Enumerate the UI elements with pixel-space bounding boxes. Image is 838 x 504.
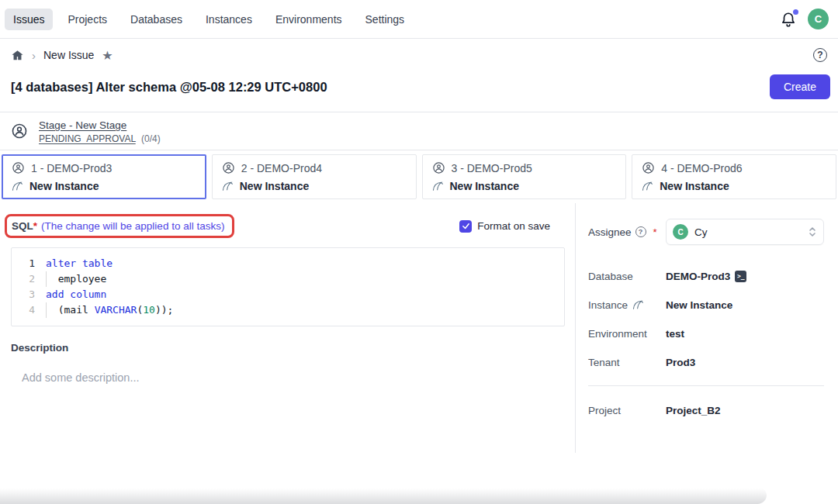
task-instance: New Instance — [660, 180, 729, 192]
tenant-value: Prod3 — [666, 357, 695, 368]
description-input[interactable]: Add some description... — [22, 371, 564, 384]
approver-icon — [432, 161, 445, 174]
editor-line: 4 (mail VARCHAR(10)); — [12, 302, 564, 318]
approver-icon — [222, 161, 235, 174]
mysql-dolphin-icon — [222, 181, 234, 192]
notification-bell-icon[interactable] — [780, 11, 797, 28]
approver-icon — [642, 161, 655, 174]
tenant-label: Tenant — [588, 357, 666, 368]
approver-icon — [11, 123, 28, 140]
mysql-dolphin-icon — [632, 299, 644, 311]
page-title: [4 databases] Alter schema @05-08 12:29 … — [11, 80, 327, 95]
nav-item-databases[interactable]: Databases — [122, 9, 191, 30]
top-nav: Issues Projects Databases Instances Envi… — [0, 0, 838, 39]
task-card-4[interactable]: 4 - DEMO-Prod6 New Instance — [632, 154, 836, 199]
help-icon[interactable]: ? — [813, 48, 827, 62]
sql-label: SQL — [12, 220, 33, 232]
line-number: 2 — [12, 271, 46, 287]
task-card-2[interactable]: 2 - DEMO-Prod4 New Instance — [212, 154, 417, 199]
sql-required-mark: * — [33, 220, 37, 232]
environment-value: test — [666, 328, 684, 340]
editor-line: 3 add column — [12, 287, 564, 302]
code-segment: 10 — [143, 304, 155, 316]
line-number: 4 — [12, 302, 46, 318]
nav-item-issues[interactable]: Issues — [5, 9, 53, 30]
approver-icon — [12, 161, 25, 174]
stage-link[interactable]: Stage - New Stage — [39, 119, 126, 131]
stage-section: Stage - New Stage PENDING_APPROVAL (0/4) — [0, 112, 838, 150]
mysql-dolphin-icon — [432, 181, 444, 192]
sql-console-icon[interactable]: >_ — [735, 271, 746, 282]
create-button[interactable]: Create — [770, 74, 830, 99]
project-value: Project_B2 — [666, 405, 721, 416]
code-segment: )); — [155, 304, 173, 316]
format-on-save-toggle[interactable]: Format on save — [459, 220, 564, 233]
nav-item-environments[interactable]: Environments — [267, 9, 351, 30]
line-number: 1 — [12, 256, 46, 271]
instance-value: New Instance — [666, 299, 732, 311]
check-icon — [462, 222, 470, 230]
task-detail-panel: SQL* (The change will be applied to all … — [0, 203, 576, 453]
task-card-1[interactable]: 1 - DEMO-Prod3 New Instance — [2, 154, 206, 199]
assignee-avatar: C — [673, 224, 688, 240]
sidebar-divider — [588, 385, 824, 386]
task-card-3[interactable]: 3 - DEMO-Prod5 New Instance — [422, 154, 627, 199]
project-label: Project — [588, 405, 666, 416]
task-instance: New Instance — [29, 180, 99, 192]
editor-line: 2 employee — [12, 271, 564, 287]
assignee-select[interactable]: C Cy — [666, 219, 824, 245]
code-segment: employee — [46, 273, 106, 285]
instance-label: Instance — [588, 299, 666, 311]
format-on-save-label: Format on save — [477, 220, 550, 232]
line-number: 3 — [12, 287, 46, 302]
favorite-star-icon[interactable]: ★ — [102, 48, 113, 63]
assignee-value: Cy — [694, 226, 708, 238]
notification-dot — [793, 9, 798, 15]
breadcrumb-current-page: New Issue — [43, 49, 94, 61]
sql-editor[interactable]: 1 alter table 2 employee 3 add column 4 … — [11, 247, 565, 326]
chevron-up-down-icon — [808, 226, 817, 238]
task-title: 3 - DEMO-Prod5 — [452, 162, 532, 174]
stage-status-link[interactable]: PENDING_APPROVAL — [39, 133, 136, 144]
breadcrumb-separator: › — [32, 49, 36, 62]
format-on-save-checkbox[interactable] — [459, 220, 472, 233]
task-title: 1 - DEMO-Prod3 — [31, 162, 112, 174]
code-segment: (mail — [46, 304, 95, 316]
assignee-required-mark: * — [653, 226, 657, 238]
stage-progress: (0/4) — [141, 133, 161, 144]
code-segment: VARCHAR — [95, 304, 137, 316]
editor-line: 1 alter table — [12, 256, 564, 271]
nav-item-projects[interactable]: Projects — [59, 9, 116, 30]
task-title: 4 - DEMO-Prod6 — [661, 162, 742, 174]
bottom-sheet-shadow — [0, 488, 767, 504]
sql-hint: (The change will be applied to all tasks… — [41, 220, 224, 232]
code-segment: alter table — [46, 257, 113, 269]
task-cards-row: 1 - DEMO-Prod3 New Instance 2 - DEMO-Pro… — [0, 150, 838, 203]
mysql-dolphin-icon — [12, 181, 23, 192]
breadcrumb: › New Issue ★ ? — [0, 39, 838, 71]
environment-label: Environment — [588, 328, 666, 340]
database-value[interactable]: DEMO-Prod3 — [666, 271, 730, 282]
description-label: Description — [11, 342, 564, 354]
task-title: 2 - DEMO-Prod4 — [241, 162, 322, 174]
nav-item-settings[interactable]: Settings — [357, 9, 414, 30]
task-instance: New Instance — [450, 180, 519, 192]
nav-item-instances[interactable]: Instances — [197, 9, 261, 30]
sql-label-annotation-highlight: SQL* (The change will be applied to all … — [5, 214, 234, 238]
user-avatar[interactable]: C — [808, 9, 829, 29]
task-instance: New Instance — [240, 180, 309, 192]
mysql-dolphin-icon — [642, 181, 653, 192]
assignee-help-icon[interactable]: ? — [635, 226, 646, 237]
issue-sidebar: Assignee ? * C Cy Database DEMO-Prod3 >_ — [576, 203, 838, 453]
code-segment: add column — [46, 288, 106, 300]
database-label: Database — [588, 271, 666, 282]
home-icon[interactable] — [11, 49, 24, 62]
assignee-label: Assignee ? * — [588, 226, 657, 238]
